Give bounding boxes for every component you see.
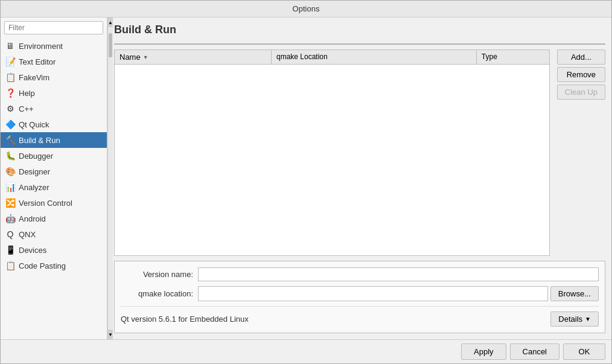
sidebar-label-environment: Environment: [19, 42, 63, 51]
options-window: Options 🖥Environment📝Text Editor📋FakeVim…: [0, 0, 612, 364]
sidebar-item-version-control[interactable]: 🔀Version Control: [1, 195, 107, 211]
version-name-row: Version name:: [121, 267, 599, 281]
sidebar-item-qt-quick[interactable]: 🔷Qt Quick: [1, 117, 107, 132]
sidebar-item-analyzer[interactable]: 📊Analyzer: [1, 179, 107, 195]
sidebar-label-fakevim: FakeVim: [19, 73, 49, 82]
sidebar-icon-qt-quick: 🔷: [5, 120, 15, 129]
cancel-button[interactable]: Cancel: [510, 343, 559, 360]
sidebar-label-code-pasting: Code Pasting: [19, 261, 66, 270]
content-area: Name ▼ qmake Location Type: [114, 49, 605, 333]
sidebar-scroll-track: [108, 27, 113, 330]
sidebar-label-qnx: QNX: [19, 230, 36, 239]
sidebar-label-android: Android: [19, 214, 46, 223]
version-name-label: Version name:: [121, 270, 193, 279]
qmake-location-label: qmake location:: [121, 289, 193, 298]
sidebar-list: 🖥Environment📝Text Editor📋FakeVim❓Help⚙C+…: [1, 38, 107, 339]
sidebar-icon-help: ❓: [5, 88, 15, 98]
sidebar-icon-analyzer: 📊: [5, 182, 15, 192]
sidebar-item-qnx[interactable]: QQNX: [1, 226, 107, 242]
tab-bar: [114, 43, 605, 45]
table-buttons: Add... Remove Clean Up: [555, 49, 605, 256]
ok-button[interactable]: OK: [563, 343, 605, 360]
sort-icon: ▼: [143, 54, 148, 60]
sidebar: 🖥Environment📝Text Editor📋FakeVim❓Help⚙C+…: [1, 18, 107, 339]
window-title: Options: [293, 4, 320, 13]
sidebar-icon-designer: 🎨: [5, 167, 15, 176]
apply-button[interactable]: Apply: [461, 343, 506, 360]
sidebar-icon-debugger: 🐛: [5, 151, 15, 161]
sidebar-item-debugger[interactable]: 🐛Debugger: [1, 148, 107, 164]
table-section: Name ▼ qmake Location Type: [114, 49, 605, 256]
sidebar-item-cpp[interactable]: ⚙C++: [1, 101, 107, 117]
bottom-bar: Apply Cancel OK: [1, 339, 611, 363]
sidebar-label-text-editor: Text Editor: [19, 57, 56, 66]
sidebar-item-devices[interactable]: 📱Devices: [1, 242, 107, 258]
browse-button[interactable]: Browse...: [550, 286, 599, 301]
main-content: 🖥Environment📝Text Editor📋FakeVim❓Help⚙C+…: [1, 18, 611, 339]
sidebar-icon-build-run: 🔨: [5, 135, 15, 145]
qt-version-text: Qt version 5.6.1 for Embedded Linux: [121, 315, 550, 324]
sidebar-wrapper: 🖥Environment📝Text Editor📋FakeVim❓Help⚙C+…: [1, 18, 108, 339]
sidebar-item-help[interactable]: ❓Help: [1, 85, 107, 101]
sidebar-item-designer[interactable]: 🎨Designer: [1, 164, 107, 179]
sidebar-item-environment[interactable]: 🖥Environment: [1, 38, 107, 54]
qmake-location-input[interactable]: [198, 286, 548, 301]
sidebar-item-android[interactable]: 🤖Android: [1, 211, 107, 226]
sidebar-label-cpp: C++: [19, 104, 34, 113]
sidebar-icon-qnx: Q: [5, 229, 15, 239]
filter-input[interactable]: [4, 21, 103, 34]
details-section: Version name: qmake location: Browse... …: [114, 261, 605, 333]
sidebar-icon-environment: 🖥: [5, 41, 15, 51]
sidebar-label-qt-quick: Qt Quick: [19, 120, 49, 129]
sidebar-icon-version-control: 🔀: [5, 198, 15, 208]
sidebar-icon-code-pasting: 📋: [5, 261, 15, 270]
sidebar-item-build-run[interactable]: 🔨Build & Run: [1, 132, 107, 148]
sidebar-scrollbar: ▲ ▼: [107, 18, 113, 339]
sidebar-label-analyzer: Analyzer: [19, 183, 49, 192]
sidebar-label-version-control: Version Control: [19, 199, 72, 208]
col-header-type: Type: [477, 50, 549, 64]
sidebar-item-text-editor[interactable]: 📝Text Editor: [1, 54, 107, 69]
sidebar-icon-fakevim: 📋: [5, 72, 15, 82]
details-button[interactable]: Details ▼: [550, 311, 599, 327]
sidebar-item-fakevim[interactable]: 📋FakeVim: [1, 69, 107, 85]
details-label: Details: [558, 315, 582, 324]
sidebar-label-help: Help: [19, 89, 35, 98]
version-name-input[interactable]: [198, 267, 599, 281]
qmake-location-row: qmake location: Browse...: [121, 286, 599, 301]
qt-version-row: Qt version 5.6.1 for Embedded Linux Deta…: [121, 306, 599, 327]
clean-up-button[interactable]: Clean Up: [557, 85, 605, 100]
col-header-name: Name ▼: [115, 50, 272, 64]
sidebar-label-designer: Designer: [19, 167, 50, 176]
title-bar: Options: [1, 1, 611, 18]
sidebar-label-debugger: Debugger: [19, 152, 53, 161]
sidebar-icon-text-editor: 📝: [5, 57, 15, 66]
sidebar-scroll-thumb[interactable]: [109, 33, 112, 57]
sidebar-item-code-pasting[interactable]: 📋Code Pasting: [1, 258, 107, 273]
sidebar-label-build-run: Build & Run: [19, 136, 60, 145]
table-inner: Name ▼ qmake Location Type: [115, 50, 549, 255]
sidebar-icon-devices: 📱: [5, 245, 15, 255]
page-title: Build & Run: [114, 24, 605, 36]
table-container: Name ▼ qmake Location Type: [114, 49, 550, 256]
table-header: Name ▼ qmake Location Type: [115, 50, 549, 65]
sidebar-label-devices: Devices: [19, 246, 46, 255]
qmake-location-field: Browse...: [198, 286, 599, 301]
sidebar-icon-android: 🤖: [5, 214, 15, 223]
right-panel: Build & Run Name ▼: [108, 18, 611, 339]
details-arrow-icon: ▼: [585, 316, 591, 322]
add-button[interactable]: Add...: [557, 49, 605, 65]
col-header-qmake: qmake Location: [272, 50, 477, 64]
remove-button[interactable]: Remove: [557, 67, 605, 82]
sidebar-icon-cpp: ⚙: [5, 104, 15, 113]
